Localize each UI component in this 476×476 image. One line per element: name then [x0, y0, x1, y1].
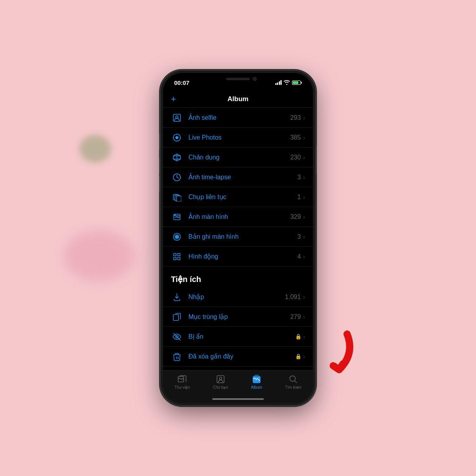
svg-line-36 [295, 381, 297, 383]
svg-point-18 [175, 215, 175, 215]
status-icons [275, 80, 302, 85]
muc-trung-lap-count: 279 [290, 313, 301, 321]
list-item[interactable]: Live Photos 385 › [163, 128, 313, 148]
chevron-icon: › [303, 174, 305, 180]
list-item[interactable]: Nhập 1.091 › [163, 287, 313, 307]
svg-marker-24 [174, 257, 176, 260]
signal-icon [275, 80, 282, 85]
svg-point-1 [176, 116, 178, 118]
svg-point-3 [176, 136, 178, 139]
time-lapse-count: 3 [297, 174, 301, 181]
svg-rect-26 [173, 315, 178, 321]
tab-tim-kiem[interactable]: Tìm kiếm [285, 374, 302, 390]
svg-point-20 [176, 236, 178, 238]
chevron-icon: › [303, 294, 305, 300]
hidden-icon [171, 331, 183, 343]
tab-thu-vien[interactable]: Thư viện [175, 374, 190, 390]
nhap-count: 1.091 [285, 294, 301, 301]
chevron-icon: › [303, 214, 305, 220]
nav-title: Album [228, 95, 249, 103]
home-indicator [212, 398, 264, 400]
search-icon [288, 374, 298, 384]
list-item[interactable]: Ảnh màn hình 329 › [163, 207, 313, 227]
tab-bar: Thư viện Cho bạn [163, 370, 313, 403]
chup-lien-tuc-label: Chụp liên tục [188, 193, 297, 201]
cube-icon [171, 152, 183, 163]
person-square-icon [171, 112, 183, 124]
anh-selfie-count: 293 [290, 114, 301, 121]
chevron-icon: › [303, 234, 305, 240]
live-photo-icon [171, 132, 183, 144]
tab-album-label: Album [251, 385, 262, 390]
svg-marker-23 [178, 253, 180, 256]
duplicate-icon [171, 311, 183, 323]
burst-icon [171, 191, 183, 203]
live-photos-count: 385 [290, 134, 301, 141]
anh-man-hinh-count: 329 [290, 213, 301, 221]
time-lapse-label: Ảnh time-lapse [188, 173, 297, 181]
utilities-section-header: Tiện ích [163, 267, 313, 287]
content-area: Ảnh selfie 293 › [163, 108, 313, 370]
list-item[interactable]: Bản ghi màn hình 3 › [163, 227, 313, 247]
list-item[interactable]: Bị ẩn 🔒 › [163, 327, 313, 347]
svg-rect-16 [177, 196, 181, 202]
muc-trung-lap-label: Mục trùng lặp [188, 313, 290, 321]
svg-point-35 [290, 376, 296, 382]
svg-marker-22 [174, 253, 176, 256]
list-item[interactable]: Ảnh time-lapse 3 › [163, 167, 313, 187]
import-icon [171, 291, 183, 303]
nav-header: + Album [163, 90, 313, 108]
hinh-dong-label: Hình động [188, 253, 297, 260]
tab-album[interactable]: Album [251, 374, 262, 390]
tab-cho-ban-label: Cho bạn [213, 385, 228, 390]
ban-ghi-man-hinh-label: Bản ghi màn hình [188, 233, 297, 240]
chevron-icon: › [303, 154, 305, 161]
photo-library-icon [177, 374, 187, 384]
chan-dung-label: Chân dung [188, 154, 290, 161]
album-icon [252, 374, 261, 384]
nhap-label: Nhập [188, 293, 285, 301]
chevron-icon: › [303, 194, 305, 200]
tab-cho-ban[interactable]: Cho bạn [213, 374, 228, 390]
list-item[interactable]: Chân dung 230 › [163, 148, 313, 167]
tab-thu-vien-label: Thư viện [175, 385, 190, 390]
for-you-icon [216, 374, 225, 384]
chevron-icon: › [303, 134, 305, 141]
ban-ghi-man-hinh-count: 3 [297, 233, 301, 240]
screenshot-icon [171, 211, 183, 223]
lock-icon: 🔒 [295, 334, 301, 340]
timelapse-icon [171, 171, 183, 183]
status-time: 00:07 [174, 79, 189, 86]
add-album-button[interactable]: + [171, 94, 176, 104]
animated-icon [171, 251, 183, 263]
chevron-icon: › [303, 314, 305, 320]
screenrecord-icon [171, 231, 183, 243]
list-item[interactable]: Mục trùng lặp 279 › [163, 307, 313, 327]
hinh-dong-count: 4 [297, 253, 301, 260]
bi-an-label: Bị ẩn [188, 333, 295, 340]
chevron-icon: › [303, 115, 305, 121]
lock-icon: 🔒 [295, 353, 301, 359]
svg-marker-25 [178, 257, 180, 260]
chan-dung-count: 230 [290, 154, 301, 161]
trash-icon [171, 351, 183, 363]
anh-man-hinh-label: Ảnh màn hình [188, 213, 290, 221]
red-arrow [303, 330, 355, 382]
chup-lien-tuc-count: 1 [297, 194, 301, 201]
anh-selfie-label: Ảnh selfie [188, 114, 290, 121]
list-item[interactable]: Đã xóa gần đây 🔒 › [163, 347, 313, 367]
chevron-icon: › [303, 253, 305, 260]
svg-point-33 [219, 377, 222, 380]
battery-icon [292, 81, 302, 85]
list-item[interactable]: Chụp liên tục 1 › [163, 187, 313, 207]
tab-tim-kiem-label: Tìm kiếm [285, 385, 302, 390]
list-item[interactable]: Hình động 4 › [163, 247, 313, 267]
da-xoa-gan-day-label: Đã xóa gần đây [188, 353, 295, 360]
wifi-icon [284, 80, 290, 85]
list-item[interactable]: Ảnh selfie 293 › [163, 108, 313, 128]
live-photos-label: Live Photos [188, 134, 290, 141]
